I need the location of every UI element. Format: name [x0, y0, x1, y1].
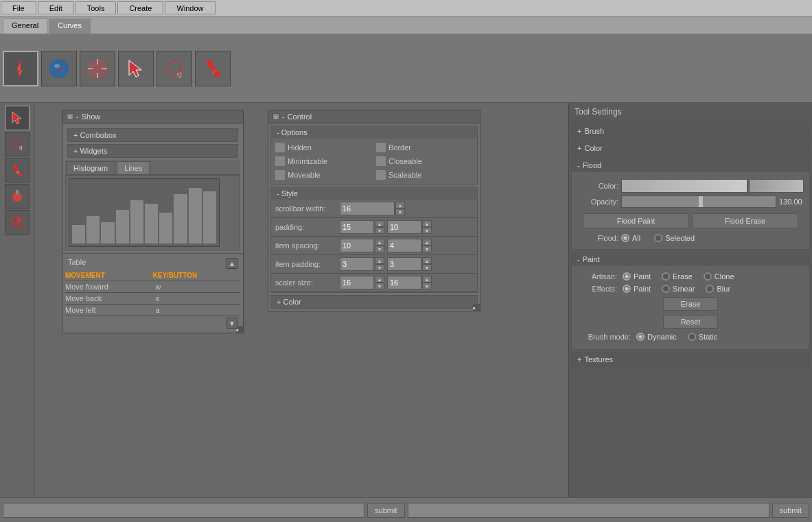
spin-up[interactable]: ▲	[422, 276, 432, 283]
color-section-right-header[interactable]: + Color	[572, 141, 809, 155]
table-row: Move back s	[65, 293, 240, 305]
style-section-header[interactable]: - Style	[271, 187, 477, 200]
status-input-left[interactable]	[3, 503, 364, 518]
spin-down[interactable]: ▼	[422, 246, 432, 252]
spin-down[interactable]: ▼	[375, 227, 384, 234]
resize-handle[interactable]: ▪	[236, 326, 243, 333]
flood-opacity-slider[interactable]	[621, 195, 776, 208]
checkbox-scaleable[interactable]	[376, 170, 386, 180]
radio-artisan-erase[interactable]	[662, 272, 670, 281]
spin-up[interactable]: ▲	[395, 202, 405, 209]
spin-down[interactable]: ▼	[395, 209, 405, 215]
flood-erase-btn[interactable]: Flood Erase	[692, 213, 798, 228]
scaler-size-input2[interactable]	[387, 276, 421, 289]
show-window-titlebar[interactable]: x - Show	[62, 110, 243, 123]
control-window-titlebar[interactable]: x - Control	[268, 110, 480, 123]
toolbar-paint-btn[interactable]	[195, 51, 231, 86]
checkbox-hidden[interactable]	[275, 143, 285, 152]
radio-dynamic[interactable]	[636, 333, 645, 341]
menu-create[interactable]: Create	[117, 1, 163, 14]
color-section-header[interactable]: + Color	[271, 296, 477, 308]
textures-section-header[interactable]: + Textures	[572, 353, 809, 366]
spin-down[interactable]: ▼	[375, 283, 384, 289]
padding-input1[interactable]	[340, 220, 374, 234]
item-padding-input1[interactable]	[340, 257, 374, 271]
reset-btn[interactable]: Reset	[663, 315, 718, 329]
scaler-size-label: scaler size:	[275, 278, 337, 287]
flood-color-swatch-left[interactable]	[621, 179, 747, 193]
brush-section-header[interactable]: + Brush	[572, 124, 809, 138]
combobox-header[interactable]: + Combobox	[68, 129, 237, 141]
radio-artisan-paint[interactable]	[623, 272, 631, 281]
options-section-header[interactable]: - Options	[271, 126, 477, 139]
control-window-close[interactable]: x	[272, 113, 279, 120]
option-minimizable: Minimizable	[275, 156, 372, 166]
spin-up[interactable]: ▲	[422, 257, 432, 264]
toolbar-sphere-btn[interactable]	[41, 51, 77, 86]
checkbox-closeable[interactable]	[376, 156, 386, 166]
erase-btn[interactable]: Erase	[663, 297, 718, 311]
scrollbar-width-input[interactable]	[340, 202, 395, 215]
spin-down[interactable]: ▼	[422, 227, 432, 234]
menu-file[interactable]: File	[1, 1, 36, 14]
side-paint-fill-tool[interactable]	[5, 184, 30, 209]
spin-down[interactable]: ▼	[422, 283, 432, 289]
spin-up[interactable]: ▲	[375, 276, 384, 283]
color-section-right: + Color	[571, 141, 810, 156]
radio-effects-paint[interactable]	[623, 285, 631, 293]
toolbar-lasso-btn[interactable]	[156, 51, 192, 86]
widgets-header[interactable]: + Widgets	[68, 145, 237, 157]
spin-down[interactable]: ▼	[375, 246, 384, 252]
spin-up[interactable]: ▲	[422, 220, 432, 227]
spin-up[interactable]: ▲	[375, 239, 384, 246]
item-spacing-input1[interactable]	[340, 239, 374, 252]
flood-flood-label: Flood:	[577, 234, 618, 242]
side-lasso-tool[interactable]	[5, 132, 30, 156]
toolbar-target-btn[interactable]	[80, 51, 115, 86]
status-input-right[interactable]	[408, 503, 769, 518]
spin-down[interactable]: ▼	[375, 264, 384, 271]
padding-input2[interactable]	[387, 220, 421, 234]
checkbox-minimizable[interactable]	[275, 156, 285, 166]
radio-artisan-clone[interactable]	[704, 272, 712, 281]
tab-histogram[interactable]: Histogram	[66, 161, 115, 174]
flood-section-header[interactable]: - Flood	[572, 158, 809, 172]
side-brush-tool[interactable]	[5, 158, 30, 182]
effects-smear-group: Smear	[662, 285, 695, 293]
flood-paint-btn[interactable]: Flood Paint	[583, 213, 689, 228]
bar-3	[116, 210, 129, 244]
submit-btn-right[interactable]: submit	[772, 503, 809, 518]
item-padding-input2[interactable]	[387, 257, 421, 271]
radio-effects-smear[interactable]	[662, 285, 670, 293]
table-scroll-up[interactable]: ▲	[227, 258, 237, 269]
tab-lines[interactable]: Lines	[117, 161, 150, 174]
spin-up[interactable]: ▲	[375, 220, 384, 227]
toolbar-flame-btn[interactable]	[3, 51, 38, 86]
toolbar-cursor-btn[interactable]	[118, 51, 154, 86]
radio-all[interactable]	[621, 234, 629, 242]
radio-selected[interactable]	[654, 234, 662, 242]
flood-color-swatch-right[interactable]	[749, 179, 804, 193]
menu-edit[interactable]: Edit	[38, 1, 74, 14]
menu-tools[interactable]: Tools	[76, 1, 117, 14]
show-window-close[interactable]: x	[67, 113, 73, 120]
spin-down[interactable]: ▼	[422, 264, 432, 271]
side-arrow-tool[interactable]	[5, 106, 30, 130]
checkbox-border[interactable]	[376, 143, 386, 152]
radio-static[interactable]	[688, 333, 696, 341]
scaler-size-input1[interactable]	[340, 276, 374, 289]
tab-curves[interactable]: Curves	[49, 19, 91, 34]
radio-effects-blur[interactable]	[706, 285, 714, 293]
checkbox-moveable[interactable]	[275, 170, 285, 180]
paint-section-header[interactable]: - Paint	[572, 252, 809, 266]
show-window-title: Show	[82, 112, 101, 121]
svg-point-7	[95, 67, 100, 71]
tab-general[interactable]: General	[3, 19, 47, 34]
menu-window[interactable]: Window	[165, 1, 215, 14]
control-resize-handle[interactable]: ▪	[473, 304, 480, 311]
spin-up[interactable]: ▲	[375, 257, 384, 264]
item-spacing-input2[interactable]	[387, 239, 421, 252]
side-cube-tool[interactable]	[5, 210, 30, 235]
submit-btn-left[interactable]: submit	[367, 503, 404, 518]
spin-up[interactable]: ▲	[422, 239, 432, 246]
